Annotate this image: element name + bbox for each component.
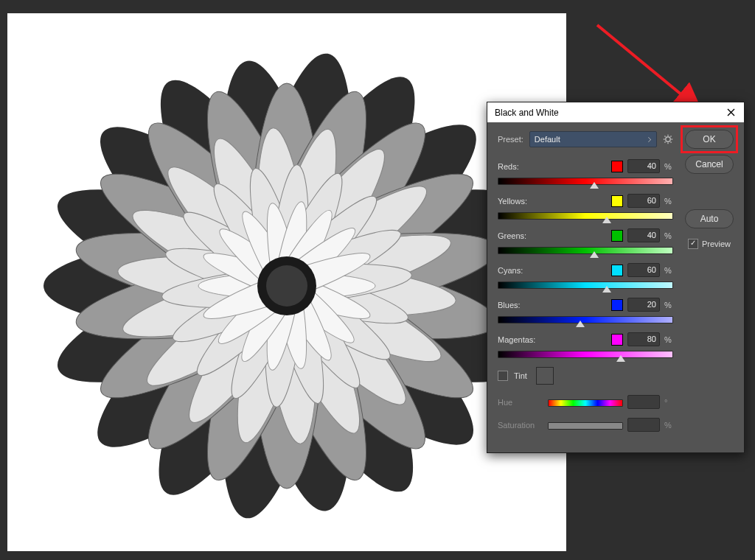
- tint-checkbox[interactable]: [498, 371, 508, 381]
- greens-thumb[interactable]: [590, 251, 599, 258]
- greens-slider-row: Greens: 40 %: [498, 228, 673, 253]
- document-canvas[interactable]: [7, 13, 566, 551]
- svg-line-56: [670, 136, 671, 136]
- gear-icon: [663, 134, 673, 144]
- hue-slider[interactable]: [548, 399, 623, 405]
- yellows-value[interactable]: 60: [627, 194, 660, 208]
- blues-slider[interactable]: [498, 316, 673, 322]
- preset-options-button[interactable]: [663, 134, 673, 144]
- magentas-thumb[interactable]: [616, 355, 625, 362]
- reds-slider[interactable]: [498, 178, 673, 183]
- svg-line-54: [664, 136, 665, 136]
- flower-image: [7, 13, 566, 551]
- reds-label: Reds:: [498, 162, 607, 171]
- tint-label: Tint: [514, 371, 527, 380]
- svg-line-57: [664, 141, 665, 142]
- cancel-button[interactable]: Cancel: [685, 155, 734, 174]
- saturation-slider[interactable]: [548, 422, 623, 428]
- yellows-label: Yellows:: [498, 197, 607, 206]
- preview-checkbox[interactable]: [688, 239, 698, 249]
- cyans-value[interactable]: 60: [627, 263, 660, 277]
- hue-row: Hue °: [498, 395, 673, 409]
- greens-swatch: [611, 230, 623, 242]
- reds-thumb[interactable]: [590, 182, 599, 189]
- percent-label: %: [664, 162, 673, 171]
- preset-dropdown[interactable]: Default: [529, 131, 657, 147]
- dialog-title: Black and White: [495, 108, 559, 118]
- close-button[interactable]: [720, 102, 741, 122]
- reds-slider-row: Reds: 40 %: [498, 159, 673, 183]
- yellows-slider-row: Yellows: 60 %: [498, 194, 673, 218]
- tint-color-swatch[interactable]: [536, 367, 554, 385]
- reds-swatch: [611, 161, 623, 172]
- auto-button[interactable]: Auto: [685, 209, 734, 228]
- cyans-slider[interactable]: [498, 281, 673, 287]
- yellows-thumb[interactable]: [602, 217, 611, 223]
- cyans-slider-row: Cyans: 60 %: [498, 263, 673, 287]
- greens-label: Greens:: [498, 231, 607, 240]
- cyans-label: Cyans:: [498, 266, 607, 275]
- hue-value[interactable]: [627, 395, 660, 409]
- reds-gradient: [498, 178, 673, 185]
- greens-value[interactable]: 40: [627, 228, 660, 242]
- magentas-slider[interactable]: [498, 351, 673, 357]
- blues-thumb[interactable]: [576, 321, 585, 327]
- blues-slider-row: Blues: 20 %: [498, 298, 673, 322]
- svg-point-49: [666, 137, 670, 141]
- svg-line-48: [597, 25, 699, 109]
- magentas-label: Magentas:: [498, 335, 607, 344]
- saturation-value[interactable]: [627, 418, 660, 432]
- svg-line-55: [670, 141, 671, 142]
- greens-slider[interactable]: [498, 247, 673, 253]
- reds-value[interactable]: 40: [627, 159, 660, 173]
- svg-point-47: [266, 265, 307, 307]
- preview-label: Preview: [702, 239, 731, 248]
- magentas-slider-row: Magentas: 80 %: [498, 332, 673, 357]
- black-and-white-dialog: Black and White Preset: Default: [487, 102, 745, 453]
- preset-value: Default: [535, 135, 560, 144]
- yellows-slider[interactable]: [498, 212, 673, 218]
- blues-swatch: [611, 299, 623, 311]
- saturation-row: Saturation %: [498, 418, 673, 432]
- dialog-titlebar[interactable]: Black and White: [487, 102, 744, 122]
- cyans-thumb[interactable]: [602, 286, 611, 293]
- magentas-swatch: [611, 334, 623, 346]
- blues-value[interactable]: 20: [627, 298, 660, 312]
- magentas-value[interactable]: 80: [627, 332, 660, 346]
- yellows-swatch: [611, 195, 623, 207]
- hue-label: Hue: [498, 398, 543, 407]
- saturation-label: Saturation: [498, 421, 543, 430]
- preset-label: Preset:: [498, 135, 523, 144]
- blues-label: Blues:: [498, 301, 607, 309]
- cyans-swatch: [611, 265, 623, 276]
- close-icon: [727, 108, 735, 116]
- ok-button[interactable]: OK: [685, 130, 734, 149]
